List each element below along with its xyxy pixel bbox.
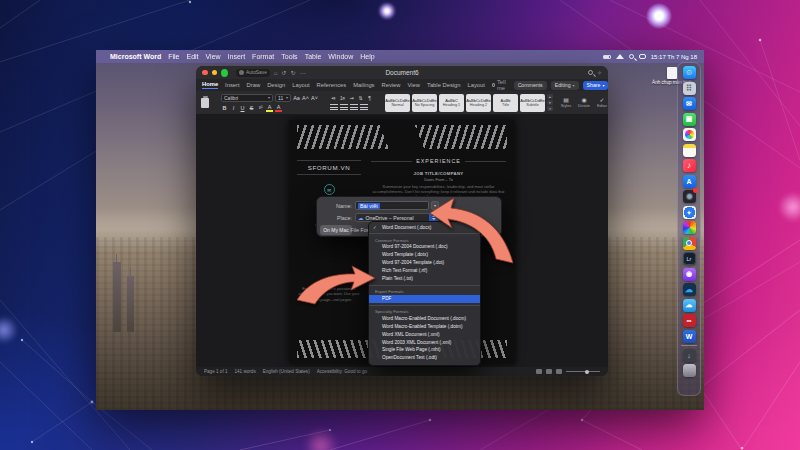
- dock-icon-camera[interactable]: [683, 190, 696, 203]
- menu-help[interactable]: Help: [360, 53, 374, 60]
- zoom-button[interactable]: [221, 69, 228, 77]
- redo-icon[interactable]: ↻: [290, 70, 295, 76]
- editing-menu-button[interactable]: Editing▾: [551, 81, 579, 90]
- menu-edit[interactable]: Edit: [186, 53, 198, 60]
- dock-icon-media[interactable]: [683, 221, 696, 234]
- numbering-button[interactable]: [339, 94, 346, 102]
- more-icon[interactable]: ⋯: [300, 70, 306, 76]
- zoom-slider[interactable]: [566, 371, 600, 372]
- highlight-color-button[interactable]: [266, 104, 273, 112]
- menu-item-rtf[interactable]: Rich Text Format (.rtf): [369, 268, 480, 276]
- comments-button[interactable]: Comments: [514, 81, 547, 90]
- dock-icon-podcasts[interactable]: [683, 268, 696, 281]
- language-indicator[interactable]: English (United States): [263, 369, 310, 374]
- menu-insert[interactable]: Insert: [228, 53, 246, 60]
- print-layout-icon[interactable]: [546, 369, 552, 374]
- menu-item-txt[interactable]: Plain Text (.txt): [369, 275, 480, 283]
- tab-view[interactable]: View: [408, 82, 420, 88]
- menu-item-dot[interactable]: Word 97-2004 Template (.dot): [369, 260, 480, 268]
- menu-window[interactable]: Window: [328, 53, 353, 60]
- tab-home[interactable]: Home: [202, 81, 218, 89]
- strikethrough-button[interactable]: [248, 104, 255, 112]
- dock-icon-app-store[interactable]: [683, 175, 696, 188]
- italic-button[interactable]: [230, 104, 237, 112]
- autosave-toggle[interactable]: AutoSave: [236, 69, 270, 77]
- style-heading-2[interactable]: AaBbCcDdEeHeading 2: [466, 94, 491, 112]
- minimize-button[interactable]: [212, 70, 218, 76]
- menu-item-word-document[interactable]: Word Document (.docx): [369, 224, 480, 232]
- search-icon[interactable]: [588, 70, 593, 75]
- accessibility-status[interactable]: Accessibility: Good to go: [317, 369, 367, 374]
- menu-format[interactable]: Format: [252, 53, 274, 60]
- menu-item-dotx[interactable]: Word Template (.dotx): [369, 252, 480, 260]
- decrease-font-button[interactable]: A˅: [311, 94, 318, 102]
- dock-icon-facetime[interactable]: [683, 113, 696, 126]
- menu-item-doc[interactable]: Word 97-2004 Document (.doc): [369, 244, 480, 252]
- editor-button[interactable]: ✓Editor: [595, 97, 608, 108]
- menu-item-pdf[interactable]: PDF: [369, 295, 480, 303]
- wifi-icon[interactable]: [616, 54, 624, 59]
- style-subtitle[interactable]: AaBbCcDdEeSubtitle: [520, 94, 545, 112]
- read-mode-icon[interactable]: [536, 369, 542, 374]
- font-size-select[interactable]: 11▾: [275, 94, 291, 102]
- font-color-button[interactable]: [275, 104, 282, 112]
- tell-me-button[interactable]: Tell me: [492, 79, 507, 91]
- style-no-spacing[interactable]: AaBbCcDdEeNo Spacing: [412, 94, 437, 112]
- increase-font-button[interactable]: A˄: [302, 94, 309, 102]
- align-center-button[interactable]: [340, 104, 348, 111]
- menu-file[interactable]: File: [168, 53, 179, 60]
- tab-review[interactable]: Review: [382, 82, 401, 88]
- dock-icon-chrome[interactable]: [683, 237, 696, 250]
- dock-icon-music[interactable]: [683, 159, 696, 172]
- bold-button[interactable]: [221, 104, 228, 112]
- style-heading-1[interactable]: AaBbCHeading 1: [439, 94, 464, 112]
- dock-icon-mail[interactable]: [683, 97, 696, 110]
- page-indicator[interactable]: Page 1 of 1: [204, 369, 228, 374]
- underline-button[interactable]: [239, 104, 246, 112]
- menu-view[interactable]: View: [206, 53, 221, 60]
- battery-icon[interactable]: [603, 55, 611, 59]
- web-layout-icon[interactable]: [556, 369, 562, 374]
- tab-insert[interactable]: Insert: [225, 82, 240, 88]
- align-right-button[interactable]: [350, 104, 358, 111]
- dock-icon-launchpad[interactable]: [683, 82, 696, 95]
- tab-mailings[interactable]: Mailings: [353, 82, 374, 88]
- menu-table[interactable]: Table: [305, 53, 322, 60]
- gallery-expand-button[interactable]: ≡: [547, 106, 553, 111]
- style-title[interactable]: AaBbTitle: [493, 94, 518, 112]
- home-icon[interactable]: ⌂: [274, 70, 278, 76]
- dock-icon-lightroom[interactable]: [683, 252, 696, 265]
- bullets-button[interactable]: [330, 94, 337, 102]
- sort-button[interactable]: [357, 94, 364, 102]
- paste-button[interactable]: [201, 98, 209, 108]
- expand-dialog-button[interactable]: ▾: [431, 201, 439, 210]
- tab-design[interactable]: Design: [267, 82, 285, 88]
- share-button[interactable]: Share▾: [583, 81, 608, 90]
- menubar-app-name[interactable]: Microsoft Word: [110, 53, 161, 60]
- superscript-button[interactable]: [257, 104, 264, 112]
- dock-icon-onedrive[interactable]: [683, 283, 696, 296]
- gallery-up-button[interactable]: ▴: [547, 94, 553, 99]
- tab-draw[interactable]: Draw: [247, 82, 261, 88]
- styles-pane-button[interactable]: ▤Styles: [559, 97, 573, 108]
- tab-table-design[interactable]: Table Design: [427, 82, 461, 88]
- change-case-button[interactable]: [293, 94, 300, 102]
- menu-item-odt[interactable]: OpenDocument Text (.odt): [369, 355, 480, 363]
- paragraph-marks-button[interactable]: [366, 94, 373, 102]
- menu-tools[interactable]: Tools: [281, 53, 297, 60]
- dictate-button[interactable]: ◉Dictate: [577, 97, 591, 108]
- dock-icon-word[interactable]: [683, 330, 696, 343]
- dock-icon-acrobat[interactable]: [683, 314, 696, 327]
- dock-icon-finder[interactable]: [683, 66, 696, 79]
- style-normal[interactable]: AaBbCcDdEeNormal: [385, 94, 410, 112]
- sparkle-icon[interactable]: ✧: [597, 70, 602, 76]
- tab-references[interactable]: References: [317, 82, 347, 88]
- font-name-select[interactable]: Calibri▾: [221, 94, 273, 102]
- menubar-clock[interactable]: 15:17 Th 7 Ng 18: [651, 54, 697, 60]
- zoom-slider-knob[interactable]: [585, 370, 589, 374]
- menu-item-docm[interactable]: Word Macro-Enabled Document (.docm): [369, 315, 480, 323]
- dock-icon-notes[interactable]: [683, 144, 696, 157]
- undo-icon[interactable]: ↺: [281, 70, 286, 76]
- menu-item-dotm[interactable]: Word Macro-Enabled Template (.dotm): [369, 323, 480, 331]
- control-center-icon[interactable]: [639, 54, 646, 59]
